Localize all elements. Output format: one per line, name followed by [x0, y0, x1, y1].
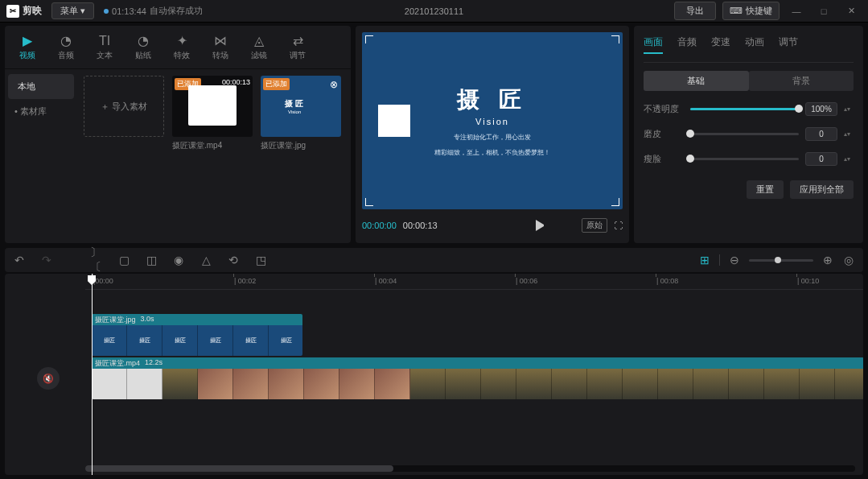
sub-tabs: 基础 背景 [644, 71, 854, 91]
corner-handle[interactable] [365, 35, 373, 43]
preview-text: 精彩细致，至上，相机，不负热爱梦想！ [434, 148, 550, 157]
current-time: 00:00:00 [362, 221, 397, 230]
face-value[interactable]: 0 [805, 152, 837, 166]
tab-audio[interactable]: ◔音频 [47, 34, 85, 61]
original-ratio-button[interactable]: 原始 [582, 218, 607, 233]
clip-video[interactable]: 摄匠课堂.mp412.2s [92, 357, 863, 399]
media-item[interactable]: 已添加 ⊗ 摄 匠 Vision 摄匠课堂.jpg [261, 76, 341, 151]
tab-video[interactable]: ▶视频 [8, 34, 47, 61]
minimize-button[interactable]: — [786, 3, 807, 19]
media-thumbnail: 已添加 00:00:13 [172, 76, 253, 137]
tab-speed[interactable]: 变速 [711, 35, 730, 54]
corner-handle[interactable] [365, 198, 373, 206]
stepper-icon[interactable]: ▴▾ [844, 155, 854, 163]
mirror-button[interactable]: △ [200, 254, 212, 266]
ruler-tick: |00:00 [93, 277, 113, 285]
speed-button[interactable]: ◉ [172, 254, 185, 266]
track-overlay[interactable]: 摄匠课堂.jpg3.0s 摄匠摄匠摄匠摄匠摄匠摄匠 [85, 314, 863, 356]
snap-icon[interactable]: ⊞ [698, 254, 711, 266]
clip-image[interactable]: 摄匠课堂.jpg3.0s 摄匠摄匠摄匠摄匠摄匠摄匠 [92, 314, 302, 356]
tab-adjust-prop[interactable]: 调节 [779, 35, 798, 54]
subtab-basic[interactable]: 基础 [644, 71, 749, 91]
preview-panel: 摄 匠 Vision 专注初始化工作，用心出发 精彩细致，至上，相机，不负热爱梦… [356, 26, 629, 243]
apply-all-button[interactable]: 应用到全部 [790, 180, 854, 199]
redo-button[interactable]: ↷ [40, 254, 53, 266]
zoom-slider[interactable] [749, 259, 813, 262]
transition-icon: ⋈ [213, 34, 228, 48]
tab-picture[interactable]: 画面 [644, 35, 663, 54]
qr-code [378, 105, 410, 137]
rotate-button[interactable]: ⟲ [227, 254, 240, 266]
save-time: 01:13:44 [112, 6, 146, 16]
subtab-background[interactable]: 背景 [749, 71, 854, 91]
timeline-toolbar: ↶ ↷ 〕〔 ▢ ◫ ◉ △ ⟲ ◳ ⊞ ⊖ ⊕ ◎ [5, 248, 863, 272]
tab-audio-prop[interactable]: 音频 [677, 35, 697, 54]
import-button[interactable]: ＋ 导入素材 [84, 76, 164, 137]
save-indicator: 01:13:44 自动保存成功 [104, 5, 203, 17]
timeline-scrollbar[interactable] [85, 465, 855, 472]
property-tabs: 画面 音频 变速 动画 调节 [644, 32, 854, 63]
skin-slider[interactable] [690, 133, 799, 135]
tab-transition[interactable]: ⋈转场 [201, 34, 240, 61]
tab-animation[interactable]: 动画 [745, 35, 764, 54]
sidebar-item-local[interactable]: 本地 [8, 74, 74, 99]
corner-handle[interactable] [611, 198, 619, 206]
opacity-slider[interactable] [690, 108, 799, 110]
skin-label: 磨皮 [644, 128, 684, 140]
corner-handle[interactable] [611, 35, 619, 43]
zoom-fit-button[interactable]: ◎ [842, 254, 855, 266]
face-slider[interactable] [690, 158, 799, 160]
sidebar-item-library[interactable]: • 素材库 [5, 99, 77, 124]
preview-canvas[interactable]: 摄 匠 Vision 专注初始化工作，用心出发 精彩细致，至上，相机，不负热爱梦… [362, 32, 623, 209]
undo-button[interactable]: ↶ [13, 254, 26, 266]
media-grid: ＋ 导入素材 已添加 00:00:13 摄匠课堂.mp4 已添加 ⊗ 摄 匠 V… [77, 69, 351, 243]
sticker-icon: ◔ [136, 34, 150, 48]
maximize-button[interactable]: □ [813, 3, 834, 19]
properties-panel: 画面 音频 变速 动画 调节 基础 背景 不透明度 100% ▴▾ 磨皮 0 ▴… [634, 26, 863, 243]
adjust-icon: ⇄ [290, 34, 305, 48]
tab-effect[interactable]: ✦特效 [162, 34, 201, 61]
opacity-row: 不透明度 100% ▴▾ [644, 102, 854, 116]
effect-icon: ✦ [175, 34, 189, 48]
stepper-icon[interactable]: ▴▾ [844, 105, 854, 113]
timeline-ruler[interactable]: |00:00 | 00:02 | 00:04 | 00:06 | 00:08 |… [85, 274, 863, 290]
tab-sticker[interactable]: ◔贴纸 [124, 34, 162, 61]
media-sidebar: 本地 • 素材库 [5, 69, 77, 243]
skin-value[interactable]: 0 [805, 127, 837, 141]
playhead[interactable] [92, 274, 93, 475]
shortcut-button[interactable]: ⌨ 快捷键 [722, 2, 780, 20]
crop-button[interactable]: ◫ [145, 254, 158, 266]
scrollbar-thumb[interactable] [85, 465, 393, 472]
stepper-icon[interactable]: ▴▾ [844, 130, 854, 138]
crop-tool-button[interactable]: ◳ [254, 254, 267, 266]
tab-adjust[interactable]: ⇄调节 [278, 34, 317, 61]
reset-button[interactable]: 重置 [747, 180, 784, 199]
menu-button[interactable]: 菜单 ▾ [51, 2, 94, 19]
media-panel: ▶视频 ◔音频 TI文本 ◔贴纸 ✦特效 ⋈转场 ◬滤镜 ⇄调节 本地 • 素材… [5, 26, 351, 243]
face-row: 瘦脸 0 ▴▾ [644, 152, 854, 166]
ruler-tick: | 00:04 [375, 277, 397, 285]
timeline[interactable]: |00:00 | 00:02 | 00:04 | 00:06 | 00:08 |… [5, 274, 863, 475]
mute-button[interactable]: 🔇 [37, 367, 60, 390]
media-item[interactable]: 已添加 00:00:13 摄匠课堂.mp4 [172, 76, 253, 151]
zoom-out-button[interactable]: ⊖ [728, 254, 741, 266]
ruler-tick: | 00:06 [516, 277, 537, 285]
tool-tabs: ▶视频 ◔音频 TI文本 ◔贴纸 ✦特效 ⋈转场 ◬滤镜 ⇄调节 [5, 26, 351, 69]
export-button[interactable]: 导出 [674, 2, 716, 20]
preview-text: 专注初始化工作，用心出发 [454, 133, 531, 142]
close-button[interactable]: ✕ [841, 3, 862, 19]
tab-text[interactable]: TI文本 [85, 34, 124, 61]
track-main[interactable]: 🔇 摄匠课堂.mp412.2s [85, 357, 863, 399]
face-label: 瘦脸 [644, 153, 684, 165]
media-name: 摄匠课堂.jpg [261, 140, 341, 151]
fullscreen-icon[interactable]: ⛶ [614, 221, 623, 230]
play-button[interactable] [536, 220, 547, 231]
split-button[interactable]: 〕〔 [90, 254, 103, 266]
delete-button[interactable]: ▢ [117, 254, 130, 266]
opacity-value[interactable]: 100% [805, 102, 837, 116]
zoom-in-button[interactable]: ⊕ [821, 254, 834, 266]
tab-filter[interactable]: ◬滤镜 [240, 34, 278, 61]
ruler-tick: | 00:08 [656, 277, 678, 285]
save-dot-icon [104, 9, 109, 14]
preview-title: 摄 匠 [457, 85, 528, 115]
